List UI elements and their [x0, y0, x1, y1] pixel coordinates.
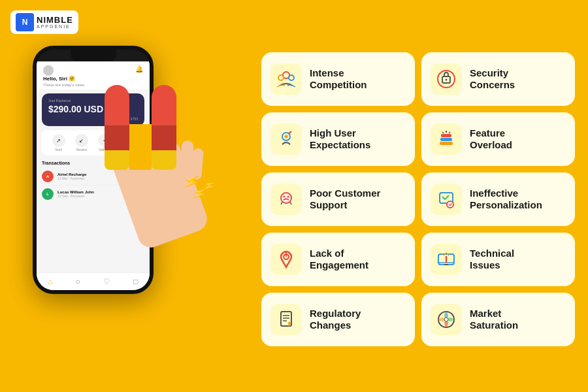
regulatory-changes-icon — [270, 304, 302, 335]
challenges-grid: IntenseCompetition SecurityConcerns High… — [261, 52, 575, 346]
svg-point-23 — [446, 261, 447, 263]
svg-point-29 — [444, 318, 448, 321]
svg-point-5 — [446, 79, 448, 81]
transactions-title: Transactions — [42, 161, 70, 165]
challenge-card-market-saturation: MarketSaturation — [421, 293, 575, 346]
phone-subtitle: These are today's news — [43, 83, 84, 87]
airtel-avatar: A — [42, 171, 54, 182]
logo-sub-name: APPGENIE — [37, 24, 73, 29]
challenge-card-poor-customer-support: Poor CustomerSupport — [261, 172, 415, 226]
svg-point-7 — [285, 135, 288, 139]
technical-issues-label: TechnicalIssues — [470, 248, 514, 271]
home-nav-icon[interactable]: ⌂ — [48, 277, 53, 286]
svg-point-16 — [287, 196, 289, 198]
profile-nav-icon[interactable]: □ — [133, 277, 138, 286]
logo: N NIMBLE APPGENIE — [10, 10, 78, 34]
svg-line-13 — [449, 132, 450, 133]
magnet-left-tip — [105, 150, 129, 170]
search-nav-icon[interactable]: ○ — [76, 277, 80, 286]
feature-overload-label: FeatureOverload — [470, 127, 512, 151]
lucas-avatar: L — [42, 188, 54, 200]
challenge-card-high-user-expectations: High UserExpectations — [261, 112, 415, 166]
svg-point-15 — [284, 196, 286, 198]
logo-text-block: NIMBLE APPGENIE — [37, 16, 73, 29]
challenge-card-technical-issues: TechnicalIssues — [421, 233, 575, 286]
magnet-gap — [129, 124, 152, 170]
svg-point-14 — [281, 193, 291, 203]
svg-rect-8 — [440, 142, 453, 145]
market-saturation-label: MarketSaturation — [470, 308, 518, 331]
svg-point-1 — [278, 75, 284, 80]
ineffective-personalization-label: IneffectivePersonalization — [470, 188, 542, 211]
challenge-card-intense-competition: IntenseCompetition — [261, 52, 415, 106]
challenge-card-lack-of-engagement: Lack ofEngagement — [261, 233, 415, 286]
intense-competition-label: IntenseCompetition — [310, 67, 367, 91]
challenge-card-security-concerns: SecurityConcerns — [421, 52, 575, 106]
send-icon: ↗ — [52, 134, 65, 147]
technical-issues-icon — [431, 244, 462, 275]
security-concerns-icon — [431, 63, 462, 95]
phone-greeting: Hello, Siri 🤗 — [43, 76, 84, 82]
poor-customer-support-label: Poor CustomerSupport — [310, 188, 380, 211]
svg-line-12 — [442, 132, 444, 133]
intense-competition-icon — [270, 63, 302, 95]
security-concerns-label: SecurityConcerns — [470, 67, 515, 91]
magnet-right-tip — [152, 150, 176, 170]
magnet-hand-visual: ⚡ ⚡ ⚡ — [85, 78, 229, 248]
phone-section: Hello, Siri 🤗 These are today's news 🔔 J… — [13, 39, 235, 379]
heart-nav-icon[interactable]: ♡ — [103, 277, 110, 286]
send-label: Send — [55, 148, 62, 152]
logo-icon: N — [16, 13, 34, 31]
phone-nav: ⌂ ○ ♡ □ — [37, 272, 150, 290]
lack-of-engagement-icon — [270, 244, 302, 275]
svg-point-2 — [289, 75, 294, 80]
avatar — [43, 65, 54, 76]
magnet — [105, 85, 176, 170]
phone-notch — [71, 50, 116, 61]
bell-icon: 🔔 — [135, 65, 143, 73]
lack-of-engagement-label: Lack ofEngagement — [310, 248, 368, 271]
send-button[interactable]: ↗ Send — [52, 134, 65, 152]
challenge-card-regulatory-changes: RegulatoryChanges — [261, 293, 415, 346]
poor-customer-support-icon — [270, 184, 302, 215]
challenge-card-ineffective-personalization: IneffectivePersonalization — [421, 172, 575, 226]
ineffective-personalization-icon — [431, 184, 462, 215]
challenge-card-feature-overload: FeatureOverload — [421, 112, 575, 166]
regulatory-changes-label: RegulatoryChanges — [310, 308, 361, 331]
svg-rect-10 — [441, 134, 451, 137]
feature-overload-icon — [431, 123, 462, 155]
logo-brand-name: NIMBLE — [37, 16, 73, 24]
high-user-expectations-label: High UserExpectations — [310, 127, 370, 151]
high-user-expectations-icon — [270, 123, 302, 155]
svg-rect-9 — [440, 138, 452, 141]
market-saturation-icon — [431, 304, 462, 335]
